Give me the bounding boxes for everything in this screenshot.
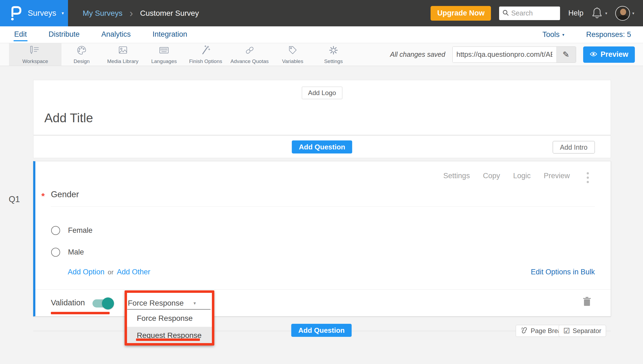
responses-link[interactable]: Responses: 5 xyxy=(586,30,631,39)
required-asterisk: * xyxy=(41,191,45,201)
toolbar-item-settings[interactable]: Settings xyxy=(313,43,354,66)
survey-toolbar: Workspace Design Media Library Languages… xyxy=(0,43,643,66)
nav-tabs: Edit Distribute Analytics Integration xyxy=(0,28,188,41)
help-link[interactable]: Help xyxy=(568,9,583,17)
product-menu[interactable]: Surveys ▾ xyxy=(0,0,68,26)
breadcrumb-my-surveys[interactable]: My Surveys xyxy=(83,9,122,18)
dropdown-option-force-response[interactable]: Force Response xyxy=(126,310,212,327)
survey-header-card: Add Logo Add Title xyxy=(33,80,611,135)
chevron-down-icon: ▾ xyxy=(632,11,634,16)
option-label[interactable]: Female xyxy=(68,226,92,235)
toolbar-item-workspace[interactable]: Workspace xyxy=(9,43,61,66)
tab-integration[interactable]: Integration xyxy=(152,28,188,41)
product-menu-label: Surveys xyxy=(28,9,56,18)
validation-toggle[interactable] xyxy=(92,299,113,307)
option-label[interactable]: Male xyxy=(68,248,84,256)
survey-url-box: ✎ xyxy=(452,46,576,63)
dropdown-option-request-response[interactable]: Request Response xyxy=(126,327,212,344)
add-intro-button[interactable]: Add Intro xyxy=(553,141,595,153)
survey-url-input[interactable] xyxy=(453,47,556,62)
palette-icon xyxy=(76,45,88,57)
question-actions: Settings Copy Logic Preview xyxy=(443,172,570,180)
image-icon xyxy=(117,45,129,57)
answer-option-row: Female xyxy=(51,226,92,235)
survey-title-placeholder[interactable]: Add Title xyxy=(44,111,93,125)
chevron-down-icon: ▾ xyxy=(605,11,607,16)
chevron-down-icon: ▾ xyxy=(62,11,64,16)
question-card: Settings Copy Logic Preview * Gender Fem… xyxy=(33,161,611,316)
preview-button[interactable]: Preview xyxy=(583,46,635,63)
add-other-link[interactable]: Add Other xyxy=(117,268,150,276)
toolbar-item-label: Media Library xyxy=(107,58,138,64)
toolbar-item-label: Workspace xyxy=(22,58,48,64)
toolbar-item-label: Languages xyxy=(151,58,177,64)
add-logo-button[interactable]: Add Logo xyxy=(302,87,342,99)
add-question-row: Add Question Add Intro xyxy=(33,136,611,158)
pencil-icon: ✎ xyxy=(562,50,569,59)
upgrade-now-button[interactable]: Upgrade Now xyxy=(431,6,491,21)
notifications-menu[interactable]: ▾ xyxy=(592,7,607,20)
question-settings-link[interactable]: Settings xyxy=(443,172,470,180)
tab-edit[interactable]: Edit xyxy=(14,28,27,41)
search-box[interactable] xyxy=(499,7,560,20)
tab-analytics[interactable]: Analytics xyxy=(101,28,131,41)
add-option-row: Add Option or Add Other xyxy=(68,268,150,276)
search-input[interactable] xyxy=(511,9,552,17)
chevron-down-icon: ▾ xyxy=(193,300,196,306)
bell-icon xyxy=(592,7,602,20)
question-copy-link[interactable]: Copy xyxy=(483,172,500,180)
gear-icon xyxy=(327,45,339,57)
edit-options-in-bulk-link[interactable]: Edit Options in Bulk xyxy=(531,268,595,276)
or-label: or xyxy=(108,268,113,276)
validation-type-select[interactable]: Force Response ▾ xyxy=(128,299,196,307)
question-logic-link[interactable]: Logic xyxy=(513,172,531,180)
validation-selected-value: Force Response xyxy=(128,299,184,307)
chain-links-icon xyxy=(244,45,256,57)
account-menu[interactable]: ▾ xyxy=(615,6,634,21)
delete-question-button[interactable] xyxy=(583,297,591,307)
toolbar-item-label: Variables xyxy=(282,58,303,64)
toolbar-item-label: Settings xyxy=(324,58,343,64)
toolbar-item-label: Finish Options xyxy=(189,58,222,64)
answer-option-row: Male xyxy=(51,248,84,257)
nav-right-group: Tools ▾ Responses: 5 xyxy=(542,30,643,39)
question-text-underline xyxy=(51,206,595,207)
search-icon xyxy=(502,10,509,17)
toolbar-item-advance-quotas[interactable]: Advance Quotas xyxy=(227,43,272,66)
toolbar-item-label: Advance Quotas xyxy=(230,58,268,64)
toolbar-right-group: All changes saved ✎ Preview xyxy=(390,43,643,66)
add-option-link[interactable]: Add Option xyxy=(68,268,104,276)
tab-distribute[interactable]: Distribute xyxy=(48,28,80,41)
toolbar-item-media-library[interactable]: Media Library xyxy=(102,43,144,66)
breadcrumb: My Surveys › Customer Survey xyxy=(83,8,199,18)
tools-menu[interactable]: Tools ▾ xyxy=(542,30,564,39)
trash-icon xyxy=(583,297,591,306)
question-text[interactable]: Gender xyxy=(51,190,79,199)
annotation-underline-request-response xyxy=(136,338,200,341)
tag-icon xyxy=(287,45,299,57)
magic-wand-icon xyxy=(200,45,212,57)
validation-divider xyxy=(35,289,611,290)
add-question-button[interactable]: Add Question xyxy=(292,140,352,153)
kebab-menu-icon[interactable] xyxy=(587,172,589,183)
top-bar: Surveys ▾ My Surveys › Customer Survey U… xyxy=(0,0,643,26)
eye-icon xyxy=(590,50,597,59)
separator-button[interactable]: ☑ Separator xyxy=(559,325,606,337)
toolbar-item-variables[interactable]: Variables xyxy=(272,43,313,66)
select-underline xyxy=(127,309,211,310)
question-number-label: Q1 xyxy=(9,194,20,204)
toolbar-item-design[interactable]: Design xyxy=(61,43,102,66)
tools-label: Tools xyxy=(542,30,559,39)
toolbar-item-languages[interactable]: Languages xyxy=(144,43,184,66)
toggle-knob xyxy=(102,297,114,309)
validation-label: Validation xyxy=(51,298,85,307)
checked-box-icon: ☑ xyxy=(563,327,570,335)
add-question-button-bottom[interactable]: Add Question xyxy=(291,324,352,337)
edit-url-button[interactable]: ✎ xyxy=(556,47,576,62)
question-preview-link[interactable]: Preview xyxy=(544,172,570,180)
section-nav: Edit Distribute Analytics Integration To… xyxy=(0,26,643,43)
chevron-right-icon: › xyxy=(129,8,133,18)
radio-button[interactable] xyxy=(51,226,60,235)
radio-button[interactable] xyxy=(51,248,60,257)
toolbar-item-finish-options[interactable]: Finish Options xyxy=(184,43,227,66)
